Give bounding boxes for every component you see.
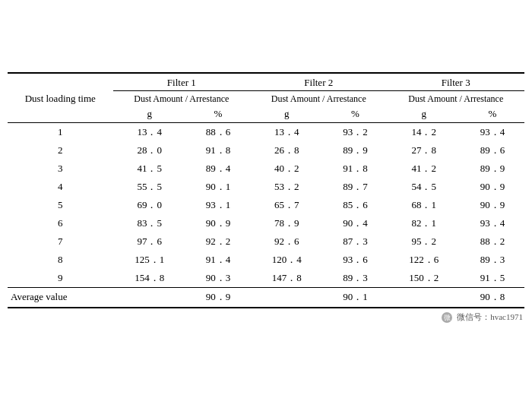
row-f2-pct: 93．2 <box>323 122 387 141</box>
row-f2-pct: 93．6 <box>323 251 387 269</box>
table-row: 5 69．0 93．1 65．7 85．6 68．1 90．9 <box>8 196 524 214</box>
row-f3-g: 68．1 <box>388 196 461 214</box>
row-f1-pct: 93．1 <box>186 196 250 214</box>
row-time: 2 <box>8 141 113 160</box>
row-f1-g: 13．4 <box>113 122 186 141</box>
row-f3-g: 41．2 <box>388 160 461 178</box>
row-f2-g: 147．8 <box>250 269 323 288</box>
filter2-header: Filter 2 <box>250 73 387 91</box>
row-f1-g: 83．5 <box>113 214 186 232</box>
table-row: 9 154．8 90．3 147．8 89．3 150．2 91．5 <box>8 269 524 288</box>
row-f2-g: 53．2 <box>250 178 323 196</box>
unit-f1-pct: % <box>186 106 250 123</box>
row-f2-pct: 89．9 <box>323 141 387 160</box>
unit-f3-pct: % <box>461 106 524 123</box>
filter-header-row: Dust loading time Filter 1 Filter 2 Filt… <box>8 73 524 91</box>
table-row: 3 41．5 89．4 40．2 91．8 41．2 89．9 <box>8 160 524 178</box>
row-f1-pct: 91．8 <box>186 141 250 160</box>
avg-f3-g-empty <box>388 287 461 308</box>
row-f1-g: 69．0 <box>113 196 186 214</box>
row-f3-pct: 89．3 <box>461 251 524 269</box>
row-f1-pct: 90．9 <box>186 214 250 232</box>
filter1-sub-header: Dust Amount / Arrestance <box>113 90 250 106</box>
row-time: 4 <box>8 178 113 196</box>
footer: 微 微信号：hvac1971 <box>8 311 524 323</box>
row-f2-g: 40．2 <box>250 160 323 178</box>
row-f1-pct: 91．4 <box>186 251 250 269</box>
row-f3-g: 95．2 <box>388 232 461 251</box>
row-f2-pct: 91．8 <box>323 160 387 178</box>
row-f3-pct: 93．4 <box>461 214 524 232</box>
unit-f1-g: g <box>113 106 186 123</box>
row-f3-g: 122．6 <box>388 251 461 269</box>
avg-label: Average value <box>8 287 186 308</box>
footer-text: 微信号：hvac1971 <box>457 312 523 321</box>
row-f3-g: 14．2 <box>388 122 461 141</box>
row-f2-g: 120．4 <box>250 251 323 269</box>
row-time: 7 <box>8 232 113 251</box>
table-body: 1 13．4 88．6 13．4 93．2 14．2 93．4 2 28．0 9… <box>8 122 524 308</box>
row-f3-g: 150．2 <box>388 269 461 288</box>
table-row: 6 83．5 90．9 78．9 90．4 82．1 93．4 <box>8 214 524 232</box>
row-f2-g: 78．9 <box>250 214 323 232</box>
row-f3-pct: 91．5 <box>461 269 524 288</box>
row-f1-g: 125．1 <box>113 251 186 269</box>
row-f3-pct: 89．6 <box>461 141 524 160</box>
avg-f2-g-empty <box>250 287 323 308</box>
row-f3-g: 82．1 <box>388 214 461 232</box>
filter3-header: Filter 3 <box>388 73 525 91</box>
row-f3-pct: 90．9 <box>461 178 524 196</box>
table-row: 1 13．4 88．6 13．4 93．2 14．2 93．4 <box>8 122 524 141</box>
row-f3-g: 54．5 <box>388 178 461 196</box>
row-f2-pct: 89．3 <box>323 269 387 288</box>
row-f1-g: 41．5 <box>113 160 186 178</box>
table-row: 4 55．5 90．1 53．2 89．7 54．5 90．9 <box>8 178 524 196</box>
row-time: 5 <box>8 196 113 214</box>
avg-f3-pct: 90．8 <box>461 287 524 308</box>
row-f2-pct: 85．6 <box>323 196 387 214</box>
avg-f1-pct: 90．9 <box>186 287 250 308</box>
row-f1-pct: 90．3 <box>186 269 250 288</box>
row-f2-g: 92．6 <box>250 232 323 251</box>
row-f3-pct: 90．9 <box>461 196 524 214</box>
data-table: Dust loading time Filter 1 Filter 2 Filt… <box>8 72 524 308</box>
avg-f2-pct: 90．1 <box>323 287 387 308</box>
row-f2-pct: 90．4 <box>323 214 387 232</box>
row-time: 9 <box>8 269 113 288</box>
average-row: Average value 90．9 90．1 90．8 <box>8 287 524 308</box>
row-time: 1 <box>8 122 113 141</box>
row-time: 6 <box>8 214 113 232</box>
row-f2-pct: 89．7 <box>323 178 387 196</box>
row-f1-g: 55．5 <box>113 178 186 196</box>
row-time: 8 <box>8 251 113 269</box>
row-f3-pct: 93．4 <box>461 122 524 141</box>
filter3-sub-header: Dust Amount / Arrestance <box>388 90 525 106</box>
row-f1-g: 28．0 <box>113 141 186 160</box>
row-f1-g: 97．6 <box>113 232 186 251</box>
row-f3-pct: 88．2 <box>461 232 524 251</box>
row-f1-g: 154．8 <box>113 269 186 288</box>
row-f3-pct: 89．9 <box>461 160 524 178</box>
row-f3-g: 27．8 <box>388 141 461 160</box>
row-f1-pct: 89．4 <box>186 160 250 178</box>
unit-f2-g: g <box>250 106 323 123</box>
table-row: 2 28．0 91．8 26．8 89．9 27．8 89．6 <box>8 141 524 160</box>
row-f2-pct: 87．3 <box>323 232 387 251</box>
row-f2-g: 65．7 <box>250 196 323 214</box>
wechat-icon: 微 <box>442 312 452 323</box>
table-row: 7 97．6 92．2 92．6 87．3 95．2 88．2 <box>8 232 524 251</box>
row-f1-pct: 90．1 <box>186 178 250 196</box>
table-row: 8 125．1 91．4 120．4 93．6 122．6 89．3 <box>8 251 524 269</box>
row-f2-g: 13．4 <box>250 122 323 141</box>
unit-f3-g: g <box>388 106 461 123</box>
row-f1-pct: 88．6 <box>186 122 250 141</box>
main-container: Dust loading time Filter 1 Filter 2 Filt… <box>8 72 524 323</box>
filter1-header: Filter 1 <box>113 73 250 91</box>
filter2-sub-header: Dust Amount / Arrestance <box>250 90 387 106</box>
unit-f2-pct: % <box>323 106 387 123</box>
row-f1-pct: 92．2 <box>186 232 250 251</box>
dust-loading-time-header: Dust loading time <box>8 73 113 123</box>
row-time: 3 <box>8 160 113 178</box>
row-f2-g: 26．8 <box>250 141 323 160</box>
